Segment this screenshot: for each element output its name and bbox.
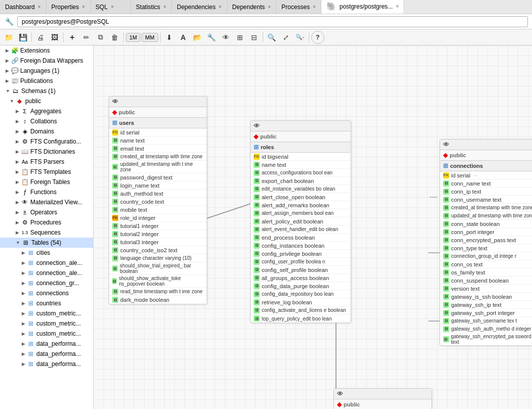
sidebar-item-fts-parsers[interactable]: ▶ Aa FTS Parsers [0, 157, 93, 167]
toolbar-zoom-out-btn[interactable]: 🔍- [294, 31, 307, 44]
table-card-connections[interactable]: 👁 ◆ public ⊞ connections PK id serial → … [440, 139, 532, 346]
sidebar-item-tables[interactable]: ▼ ⊞ Tables (54) [0, 238, 93, 248]
table-card-role-ip-ranges[interactable]: 👁 ◆ public ⊞ role_ip_ranges PK id bigser… [333, 388, 432, 409]
sidebar-item-data-perf2[interactable]: ▶ ⊞ data_performa... [0, 349, 93, 359]
toolbar-copy-btn[interactable]: ⧉ [94, 31, 107, 44]
sidebar-item-custom-metric1[interactable]: ▶ ⊞ custom_metric... [0, 308, 93, 319]
sidebar-item-conn-ale2[interactable]: ▶ ⊞ connection_ale... [0, 268, 93, 278]
sidebar-item-operators[interactable]: ▶ ± Operators [0, 207, 93, 217]
toolbar-eye-btn[interactable]: 👁 [219, 31, 232, 44]
sidebar-item-cities[interactable]: ▶ ⊞ cities [0, 248, 93, 258]
conn-updated-field: updated_at timestamp with time zone [451, 213, 532, 218]
users-schema-icon: ◆ [112, 109, 117, 116]
toolbar-edit-btn[interactable]: ✏ [80, 31, 93, 44]
toolbar-sep4 [160, 32, 161, 42]
sidebar-item-sequences[interactable]: ▶ 1.3 Sequences [0, 228, 93, 238]
conn-eye-icon[interactable]: 👁 [443, 141, 449, 148]
sidebar-item-mat-views[interactable]: ▶ 👁 Materialized View... [0, 197, 93, 207]
tab-processes-close[interactable]: × [313, 4, 316, 10]
toolbar-save-btn[interactable]: 💾 [16, 31, 29, 44]
toolbar-zoom-in-btn[interactable]: 🔍 [265, 31, 278, 44]
toolbar-tool-btn[interactable]: 🔧 [205, 31, 218, 44]
tab-sql-close[interactable]: × [111, 4, 114, 10]
sidebar-item-aggregates[interactable]: ▶ Σ Aggregates [0, 106, 93, 116]
conn-gr-icon: ⊞ [27, 279, 35, 287]
sidebar-item-custom-metric2[interactable]: ▶ ⊞ custom_metric... [0, 319, 93, 329]
toolbar-sep2 [63, 32, 64, 42]
roles-field-user-profile: ⊟ config_user_profile boolea n [251, 258, 351, 266]
sidebar-item-schemas[interactable]: ▼ 🗂 Schemas (1) [0, 86, 93, 96]
sidebar-item-collations[interactable]: ▶ ↕ Collations [0, 116, 93, 126]
roles-eye-icon[interactable]: 👁 [254, 122, 260, 129]
roles-field-edit-instance: ⊟ edit_instance_variables bo olean [251, 185, 351, 193]
toolbar-image-btn[interactable]: 🖼 [48, 31, 61, 44]
sidebar-item-languages[interactable]: ▶ 💬 Languages (1) [0, 66, 93, 76]
toolbar-help-btn[interactable]: ? [311, 31, 324, 44]
roles-aremarks-icon: ⊟ [254, 202, 260, 208]
tab-dependencies[interactable]: Dependencies × [172, 0, 227, 14]
tab-dependents[interactable]: Dependents × [227, 0, 277, 14]
tab-dependencies-close[interactable]: × [219, 4, 222, 10]
toolbar-layout-btn[interactable]: ⊟ [248, 31, 261, 44]
toolbar-fit-btn[interactable]: ⤢ [279, 31, 293, 44]
users-field-mobile: ⊟ mobile text [109, 206, 207, 214]
sidebar-item-conn-gr[interactable]: ▶ ⊞ connection_gr... [0, 278, 93, 288]
toolbar-download-btn[interactable]: ⬇ [163, 31, 176, 44]
tab-processes[interactable]: Processes × [276, 0, 321, 14]
sidebar-item-connections[interactable]: ▶ ⊞ connections [0, 288, 93, 298]
sidebar-item-domains[interactable]: ▶ ◈ Domains [0, 126, 93, 137]
sidebar-item-foreign-data-wrappers[interactable]: ▶ 🔗 Foreign Data Wrappers [0, 56, 93, 66]
users-eye-icon[interactable]: 👁 [112, 98, 118, 105]
tab-dashboard-close[interactable]: × [38, 4, 41, 10]
toolbar-mm-badge[interactable]: MM [141, 33, 158, 42]
sidebar-item-fts-templates[interactable]: ▶ 📋 FTS Templates [0, 167, 93, 177]
users-login-field: login_name text [120, 183, 160, 189]
toolbar-print-btn[interactable]: 🖨 [34, 31, 47, 44]
toolbar-sep1 [31, 32, 32, 42]
toolbar-1m-badge[interactable]: 1M [126, 33, 140, 42]
sidebar-item-foreign-tables[interactable]: ▶ 📋 Foreign Tables [0, 177, 93, 187]
toolbar-text-btn[interactable]: A [177, 31, 190, 44]
sidebar-item-public[interactable]: ▼ ◆ public [0, 96, 93, 106]
tab-postgres-close[interactable]: × [396, 4, 399, 9]
erd-canvas[interactable]: 👁 ◆ public ⊞ users PK id serial ⊟ name t… [93, 46, 532, 409]
sidebar-item-countries[interactable]: ▶ ⊞ countries [0, 298, 93, 308]
toolbar-folder-btn[interactable]: 📁 [2, 31, 15, 44]
sidebar-item-data-perf1[interactable]: ▶ ⊞ data_performa... [0, 339, 93, 349]
sidebar-item-conn-ale1[interactable]: ▶ ⊞ connection_ale... [0, 258, 93, 268]
conn-gwip-field: gateway_ssh_ip text [451, 302, 502, 308]
roles-rl-field: retrieve_log boolean [262, 299, 312, 305]
address-input[interactable] [17, 16, 528, 27]
tab-statistics-close[interactable]: × [163, 4, 166, 10]
sidebar-item-extensions[interactable]: ▶ 🧩 Extensions [0, 46, 93, 56]
tab-properties[interactable]: Properties × [46, 0, 91, 14]
sidebar-item-data-perf3[interactable]: ▶ ⊞ data_performa... [0, 359, 93, 369]
sidebar-item-functions[interactable]: ▶ ƒ Functions [0, 187, 93, 197]
tab-properties-label: Properties [52, 4, 79, 11]
publications-label: Publications [20, 77, 53, 84]
toolbar-grid-btn[interactable]: ⊞ [233, 31, 247, 44]
expand-arrow-languages: ▶ [6, 68, 9, 73]
tab-dependents-close[interactable]: × [268, 4, 271, 10]
roles-ci-icon: ⊟ [254, 243, 260, 249]
sidebar-item-custom-metric3[interactable]: ▶ ⊞ custom_metric... [0, 329, 93, 339]
table-card-users[interactable]: 👁 ◆ public ⊞ users PK id serial ⊟ name t… [109, 96, 207, 304]
tab-properties-close[interactable]: × [82, 4, 85, 10]
sidebar-item-publications[interactable]: ▶ 📰 Publications [0, 76, 93, 86]
rip-eye-icon[interactable]: 👁 [337, 390, 343, 397]
toolbar-folder2-btn[interactable]: 📂 [191, 31, 204, 44]
fts-dict-label: FTS Dictionaries [30, 148, 75, 155]
tab-statistics[interactable]: Statistics × [131, 0, 172, 14]
sidebar-item-fts-config[interactable]: ▶ ⚙ FTS Configuratio... [0, 137, 93, 147]
sidebar-item-fts-dict[interactable]: ▶ 📖 FTS Dictionaries [0, 147, 93, 157]
users-field-t3: ⊟ tutorial3 integer [109, 238, 207, 246]
toolbar-add-btn[interactable]: + [66, 31, 79, 44]
toolbar-delete-btn[interactable]: 🗑 [108, 31, 121, 44]
cm3-label: custom_metric... [36, 330, 81, 337]
expand-arrow-connections: ▶ [22, 291, 25, 296]
tab-postgres[interactable]: 🐘 postgres/postgres... × [321, 0, 404, 14]
tab-dashboard[interactable]: Dashboard × [0, 0, 46, 14]
sidebar-item-procedures[interactable]: ▶ ⚙ Procedures [0, 217, 93, 228]
tab-sql[interactable]: SQL × [90, 0, 131, 14]
table-card-roles[interactable]: 👁 ◆ public ⊞ roles PK id bigserial ⊟ nam… [250, 120, 351, 323]
